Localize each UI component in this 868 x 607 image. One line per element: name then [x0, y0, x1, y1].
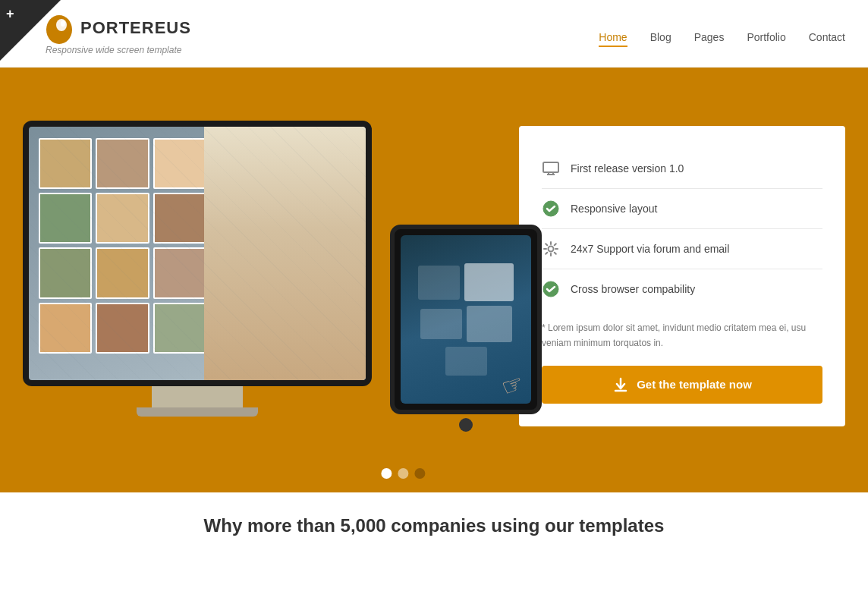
feature-item-2: Responsive layout [542, 189, 822, 229]
monitor-foot [137, 407, 258, 417]
corner-decoration: + [0, 0, 61, 61]
feature-text-4: Cross browser compability [571, 283, 695, 295]
hero-info-card: First release version 1.0 Responsive lay… [519, 126, 845, 426]
check-icon-1 [542, 200, 560, 218]
tablet-screen: ☞ [401, 235, 531, 404]
feature-text-1: First release version 1.0 [571, 162, 684, 175]
bottom-title: Why more than 5,000 companies using our … [15, 515, 853, 536]
hero-section: ☞ First release version 1.0 [0, 68, 868, 492]
nav-blog[interactable]: Blog [650, 27, 671, 47]
navigation: Home Blog Pages Portfolio Contact [599, 27, 845, 47]
slider-dot-3[interactable] [414, 468, 425, 479]
monitor-body [23, 121, 372, 386]
bottom-section: Why more than 5,000 companies using our … [0, 492, 868, 559]
svg-point-8 [549, 247, 554, 252]
svg-point-2 [61, 20, 65, 27]
monitor-device [23, 121, 372, 417]
cta-label: Get the template now [637, 378, 752, 391]
monitor-neck [152, 386, 243, 407]
cta-button[interactable]: Get the template now [542, 366, 822, 404]
tablet-home-button [459, 418, 473, 432]
slider-dot-2[interactable] [398, 468, 408, 479]
feature-item-3: 24x7 Support via forum and email [542, 229, 822, 269]
hero-devices: ☞ [15, 113, 519, 439]
monitor-stand [23, 386, 372, 417]
logo-text: PORTEREUS [80, 18, 191, 38]
check-icon-2 [542, 280, 560, 298]
feature-text-3: 24x7 Support via forum and email [571, 243, 729, 255]
nav-pages[interactable]: Pages [694, 27, 725, 47]
nav-portfolio[interactable]: Portfolio [747, 27, 785, 47]
corner-plus-icon: + [6, 6, 14, 22]
nav-home[interactable]: Home [599, 27, 627, 47]
feature-item-4: Cross browser compability [542, 269, 822, 309]
slider-dots [381, 468, 425, 479]
slider-dot-1[interactable] [381, 468, 392, 479]
nav-contact[interactable]: Contact [809, 27, 845, 47]
download-icon [612, 376, 629, 393]
header: + PORTEREUS Responsive wide screen templ… [0, 0, 868, 68]
tablet-body: ☞ [390, 225, 542, 414]
svg-rect-3 [543, 162, 558, 172]
tablet-device: ☞ [390, 225, 542, 432]
monitor-icon [542, 159, 560, 178]
monitor-screen [29, 127, 366, 380]
lorem-text: * Lorem ipsum dolor sit amet, invidunt m… [542, 321, 822, 350]
feature-item-1: First release version 1.0 [542, 149, 822, 189]
gear-icon [542, 240, 560, 258]
feature-text-2: Responsive layout [571, 203, 657, 215]
